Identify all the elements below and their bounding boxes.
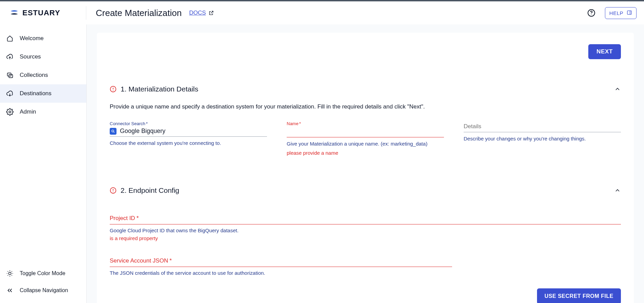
connector-field: Connector Search* Google Bigquery Choose… — [110, 121, 267, 156]
svg-point-1 — [591, 14, 592, 15]
collapse-navigation[interactable]: Collapse Navigation — [0, 282, 86, 299]
cloud-up-icon — [6, 53, 14, 61]
logo[interactable]: ESTUARY — [10, 8, 86, 18]
section-2-title: 2. Endpoint Config — [121, 186, 610, 195]
svg-point-9 — [112, 130, 114, 132]
main: NEXT 1. Materialization Details Provide … — [87, 24, 644, 303]
project-id-field: Project ID* Google Cloud Project ID that… — [110, 215, 621, 241]
details-input[interactable] — [464, 121, 621, 132]
details-field-row: Connector Search* Google Bigquery Choose… — [110, 121, 621, 156]
name-field: Name* Give your Materialization a unique… — [287, 121, 444, 156]
connector-input[interactable]: Google Bigquery — [110, 126, 267, 137]
toggle-color-label: Toggle Color Mode — [20, 270, 65, 276]
sidebar-item-label: Welcome — [20, 35, 44, 42]
home-icon — [6, 35, 14, 42]
sidebar-item-destinations[interactable]: Destinations — [0, 84, 86, 103]
sidebar-item-label: Admin — [20, 108, 36, 115]
section-1-header: 1. Materialization Details — [110, 85, 621, 93]
sidebar-item-collections[interactable]: Collections — [0, 66, 86, 84]
page-title: Create Materialization — [96, 8, 182, 18]
panel-icon — [627, 10, 632, 16]
service-account-hint: The JSON credentials of the service acco… — [110, 270, 621, 276]
sidebar-item-sources[interactable]: Sources — [0, 48, 86, 66]
error-circle-icon — [110, 86, 117, 92]
docs-link-label: DOCS — [189, 10, 206, 16]
project-id-hint: Google Cloud Project ID that owns the Bi… — [110, 228, 621, 233]
bigquery-icon — [110, 128, 117, 135]
service-account-field: Service Account JSON* The JSON credentia… — [110, 257, 621, 276]
external-link-icon — [209, 10, 214, 16]
sidebar-item-label: Destinations — [20, 90, 52, 97]
svg-point-11 — [113, 191, 113, 192]
connector-value: Google Bigquery — [120, 128, 165, 135]
name-hint: Give your Materialization a unique name.… — [287, 141, 444, 147]
svg-point-6 — [8, 272, 11, 274]
toggle-color-mode[interactable]: Toggle Color Mode — [0, 265, 86, 282]
name-input[interactable] — [287, 126, 444, 137]
help-button-label: HELP — [609, 10, 623, 16]
service-account-input[interactable] — [110, 266, 452, 267]
section-2-header: 2. Endpoint Config — [110, 186, 621, 195]
connector-label: Connector Search* — [110, 121, 267, 126]
help-button[interactable]: HELP — [605, 7, 637, 19]
use-secret-label: USE SECRET FROM FILE — [544, 293, 613, 299]
form-card: NEXT 1. Materialization Details Provide … — [97, 33, 634, 303]
cloud-down-icon — [6, 90, 14, 97]
sidebar-item-label: Sources — [20, 53, 41, 60]
sidebar-item-label: Collections — [20, 72, 48, 79]
error-circle-icon — [110, 187, 117, 194]
chevrons-left-icon — [6, 287, 14, 294]
details-field: Describe your changes or why you're chan… — [464, 121, 621, 156]
gear-icon — [6, 108, 14, 116]
section-1-description: Provide a unique name and specify a dest… — [110, 103, 621, 110]
help-circle-icon[interactable] — [587, 9, 595, 17]
project-id-error: is a required property — [110, 235, 621, 241]
docs-link[interactable]: DOCS — [189, 10, 214, 16]
brand-name: ESTUARY — [22, 9, 60, 17]
collapse-label: Collapse Navigation — [20, 287, 68, 293]
section-1-title: 1. Materialization Details — [121, 85, 610, 93]
sun-icon — [6, 270, 14, 277]
sidebar: Welcome Sources Collections Destinations… — [0, 24, 87, 303]
database-icon — [6, 71, 14, 79]
svg-point-5 — [9, 111, 11, 113]
chevron-up-icon[interactable] — [614, 86, 621, 92]
estuary-logo-icon — [10, 8, 19, 18]
topbar: ESTUARY Create Materialization DOCS HELP — [0, 0, 644, 24]
svg-rect-2 — [627, 11, 631, 14]
connector-hint: Choose the external system you're connec… — [110, 140, 267, 146]
project-id-input[interactable] — [110, 224, 621, 224]
next-button-label: NEXT — [596, 48, 613, 55]
divider — [86, 6, 86, 20]
service-account-label: Service Account JSON* — [110, 257, 621, 266]
next-button[interactable]: NEXT — [588, 44, 621, 59]
project-id-label: Project ID* — [110, 215, 621, 224]
details-hint: Describe your changes or why you're chan… — [464, 136, 621, 141]
sidebar-item-admin[interactable]: Admin — [0, 103, 86, 121]
name-label: Name* — [287, 121, 444, 126]
svg-point-8 — [113, 90, 113, 91]
sidebar-item-welcome[interactable]: Welcome — [0, 29, 86, 48]
use-secret-button[interactable]: USE SECRET FROM FILE — [537, 288, 621, 303]
chevron-up-icon[interactable] — [614, 187, 621, 194]
name-error: please provide a name — [287, 150, 444, 156]
